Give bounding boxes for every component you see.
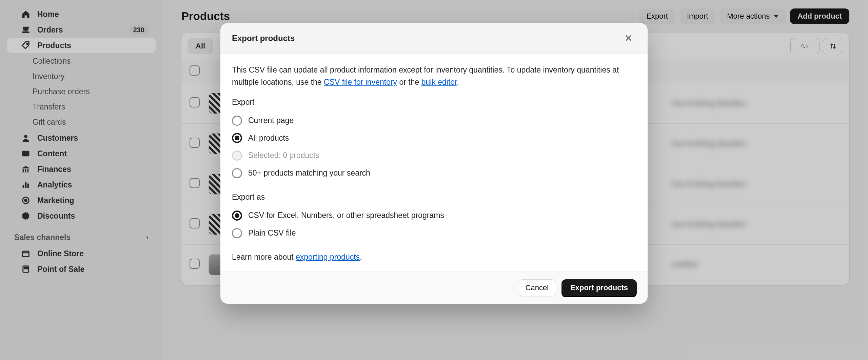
modal-intro: This CSV file can update all product inf… <box>232 64 636 88</box>
learn-more: Learn more about exporting products. <box>232 251 636 263</box>
radio-matching-search[interactable]: 50+ products matching your search <box>232 164 636 182</box>
modal-header: Export products ✕ <box>220 23 648 54</box>
radio-icon <box>232 228 242 238</box>
radio-current-page[interactable]: Current page <box>232 112 636 129</box>
close-button[interactable]: ✕ <box>621 32 636 45</box>
close-icon: ✕ <box>624 33 633 44</box>
radio-icon <box>232 168 242 178</box>
radio-selected: Selected: 0 products <box>232 147 636 164</box>
link-csv-inventory[interactable]: CSV file for inventory <box>324 78 397 86</box>
radio-icon <box>232 211 242 221</box>
export-as-group-label: Export as <box>232 191 636 203</box>
radio-icon <box>232 151 242 161</box>
modal-title: Export products <box>232 34 295 43</box>
link-bulk-editor[interactable]: bulk editor <box>421 78 457 86</box>
radio-icon <box>232 133 242 143</box>
radio-csv-excel[interactable]: CSV for Excel, Numbers, or other spreads… <box>232 207 636 224</box>
radio-plain-csv[interactable]: Plain CSV file <box>232 224 636 242</box>
cancel-button[interactable]: Cancel <box>518 279 556 296</box>
export-modal: Export products ✕ This CSV file can upda… <box>220 23 648 304</box>
link-exporting-products[interactable]: exporting products <box>296 253 360 261</box>
export-products-button[interactable]: Export products <box>561 279 637 296</box>
radio-icon <box>232 116 242 126</box>
modal-footer: Cancel Export products <box>220 272 648 304</box>
modal-overlay[interactable]: Export products ✕ This CSV file can upda… <box>0 0 868 360</box>
radio-all-products[interactable]: All products <box>232 129 636 147</box>
export-group-label: Export <box>232 96 636 108</box>
modal-body: This CSV file can update all product inf… <box>220 54 648 272</box>
